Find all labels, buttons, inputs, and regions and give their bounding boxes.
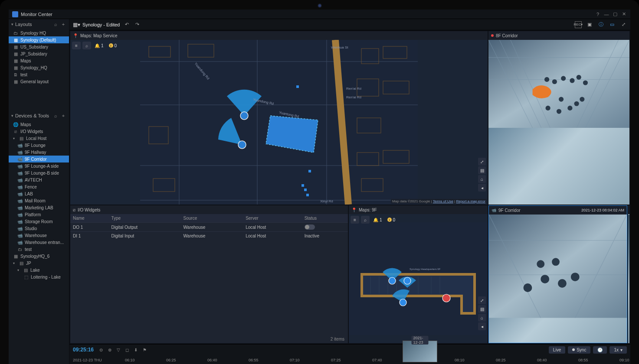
- download-icon[interactable]: ⬇: [133, 347, 139, 353]
- devices-panel-header[interactable]: ▾ Devices & Tools ⌕ +: [9, 110, 69, 121]
- filter-icon[interactable]: ≡: [351, 216, 359, 224]
- tree-item-fence[interactable]: 📹Fence: [9, 183, 69, 190]
- tree-item-local-host[interactable]: ▾▤Local Host: [9, 135, 69, 142]
- map-9f-view[interactable]: ≡ ⌕ 🔔1 i0: [349, 214, 488, 343]
- tree-item-synology-hq[interactable]: 🗀Synology HQ: [9, 29, 69, 36]
- live-button[interactable]: Live: [549, 346, 565, 354]
- tree-item-jp[interactable]: ▾▤JP: [9, 260, 69, 266]
- map-view[interactable]: ≡ ⌕ 🔔1 i0: [70, 40, 488, 205]
- map-layers-icon[interactable]: ▤: [478, 305, 486, 313]
- tree-item-warehouse[interactable]: 📹Warehouse: [9, 232, 69, 239]
- map-expand-icon[interactable]: ⤢: [478, 296, 486, 304]
- maximize-button[interactable]: ▢: [612, 11, 618, 17]
- tree-item-9f-lounge-a-side[interactable]: 📹9F Lounge-A side: [9, 162, 69, 169]
- tree-item-9f-hallway[interactable]: 📹9F Hallway: [9, 149, 69, 156]
- io-col-server[interactable]: Server: [243, 214, 302, 223]
- tree-item-synology-hq[interactable]: ▦Synology_HQ: [9, 64, 69, 71]
- tree-item-synology-default-[interactable]: ▦Synology (Default): [9, 36, 69, 43]
- alert-red-badge[interactable]: 🔔1: [371, 218, 384, 222]
- info-icon[interactable]: ⓘ: [597, 21, 604, 28]
- tree-item-lab[interactable]: 📹LAB: [9, 190, 69, 197]
- tree-item-synologyhq-6[interactable]: ▦SynologyHQ_6: [9, 253, 69, 260]
- tree-item-platform[interactable]: 📹Platform: [9, 211, 69, 218]
- undo-button[interactable]: ↶: [123, 21, 130, 28]
- svg-point-69: [558, 279, 567, 288]
- tree-item-loitering-lake[interactable]: ⬚Loitering - Lake: [9, 273, 69, 280]
- io-col-status[interactable]: Status: [302, 214, 348, 223]
- io-col-name[interactable]: Name: [70, 214, 108, 223]
- zoom-out-icon[interactable]: ⊖: [98, 347, 104, 353]
- clock-button[interactable]: 🕐: [593, 346, 607, 354]
- redo-button[interactable]: ↷: [134, 21, 141, 28]
- screen-icon[interactable]: ▭: [609, 21, 616, 28]
- tree-item-avtech[interactable]: 📹AVTECH: [9, 176, 69, 183]
- timeline-track[interactable]: 2021-12-23 THU 06:1006:2506:4006:5507:10…: [73, 354, 627, 363]
- terms-link[interactable]: Terms of Use: [433, 199, 453, 203]
- svg-rect-18: [304, 188, 307, 191]
- layout-grid-icon[interactable]: ▦▾: [73, 22, 79, 28]
- tree-item-9f-corridor[interactable]: 📹9F Corridor: [9, 156, 69, 162]
- camera-meeting-view[interactable]: [628, 214, 629, 343]
- io-row[interactable]: DI 1Digital InputWarehouseLocal HostInac…: [70, 232, 348, 240]
- search-icon[interactable]: ⌕: [52, 113, 59, 119]
- map-home-icon[interactable]: ⌂: [478, 314, 486, 322]
- alert-red-badge[interactable]: 🔔1: [93, 43, 105, 48]
- layouts-panel-header[interactable]: ▾ Layouts ⌕ +: [9, 19, 69, 29]
- map-back-icon[interactable]: ◂: [478, 184, 486, 192]
- filter-icon[interactable]: ≡: [72, 42, 81, 49]
- add-icon[interactable]: +: [60, 113, 66, 119]
- tree-item-maps[interactable]: 🌐Maps: [9, 121, 69, 128]
- status-toggle[interactable]: [305, 224, 315, 230]
- search-icon[interactable]: ⌕: [82, 42, 91, 49]
- map-layers-icon[interactable]: ▤: [478, 166, 486, 174]
- io-status-cell[interactable]: Inactive: [302, 232, 348, 240]
- io-col-type[interactable]: Type: [108, 214, 180, 223]
- camera-9f-view[interactable]: [489, 214, 627, 343]
- tree-item-studio[interactable]: 📹Studio: [9, 225, 69, 232]
- zoom-in-icon[interactable]: ⊕: [107, 347, 113, 353]
- record-icon[interactable]: REC▾: [575, 21, 582, 28]
- thumb-date-label: 2021-12-23: [412, 336, 429, 344]
- tree-item-warehouse-entran-[interactable]: 📹Warehouse entran...: [9, 239, 69, 246]
- marker-icon[interactable]: ◻: [124, 347, 130, 353]
- alert-yellow-badge[interactable]: i0: [386, 218, 397, 222]
- sync-button[interactable]: Sync: [568, 346, 590, 354]
- timeline-thumbnail[interactable]: 2021-12-23: [403, 341, 437, 362]
- add-icon[interactable]: +: [60, 21, 66, 27]
- tree-item-marketing-lab[interactable]: 📹Marketing LAB: [9, 204, 69, 211]
- tree-item-general-layout[interactable]: ▦General layout: [9, 78, 69, 85]
- tree-item-storage-room[interactable]: 📹Storage Room: [9, 218, 69, 225]
- snapshot-icon[interactable]: ▣: [586, 21, 593, 28]
- tree-item-jp-subsidary[interactable]: ▦JP_Subsidary: [9, 50, 69, 57]
- tree-item-9f-lounge-b-side[interactable]: 📹9F Lounge-B side: [9, 169, 69, 176]
- map-expand-icon[interactable]: ⤢: [478, 158, 486, 166]
- search-icon[interactable]: ⌕: [52, 21, 59, 27]
- tree-item-mail-room[interactable]: 📹Mail Room: [9, 197, 69, 204]
- tree-item-lake[interactable]: ▾▤Lake: [9, 266, 69, 273]
- io-row[interactable]: DO 1Digital OutputWarehouseLocal Host: [70, 223, 348, 232]
- io-col-source[interactable]: Source: [181, 214, 243, 223]
- close-button[interactable]: ✕: [621, 11, 627, 17]
- tree-item-i-o-widgets[interactable]: ⎚I/O Widgets: [9, 128, 69, 135]
- tree-item-maps[interactable]: ▦Maps: [9, 57, 69, 64]
- tree-item-us-subsidary[interactable]: ▦US_Subsidary: [9, 43, 69, 50]
- filter-icon[interactable]: ▽: [115, 347, 121, 353]
- tree-item-test[interactable]: 🗀test: [9, 246, 69, 253]
- svg-point-60: [400, 299, 406, 306]
- search-icon[interactable]: ⌕: [361, 216, 370, 224]
- report-link[interactable]: Report a map error: [456, 199, 485, 203]
- help-button[interactable]: ?: [595, 11, 601, 17]
- svg-point-71: [552, 258, 560, 266]
- map-back-icon[interactable]: ◂: [478, 322, 486, 330]
- camera-8f-view[interactable]: [488, 40, 629, 205]
- svg-point-14: [238, 141, 246, 149]
- speed-button[interactable]: 1x ▾: [610, 346, 627, 354]
- fullscreen-icon[interactable]: ⤢: [620, 21, 627, 28]
- bookmark-icon[interactable]: ⚑: [141, 347, 147, 353]
- alert-yellow-badge[interactable]: i0: [107, 43, 119, 48]
- minimize-button[interactable]: —: [603, 11, 610, 17]
- io-status-cell[interactable]: [302, 223, 348, 232]
- tree-item-test[interactable]: 🗎test: [9, 71, 69, 78]
- tree-item-8f-lounge[interactable]: 📹8F Lounge: [9, 142, 69, 149]
- map-home-icon[interactable]: ⌂: [478, 175, 486, 183]
